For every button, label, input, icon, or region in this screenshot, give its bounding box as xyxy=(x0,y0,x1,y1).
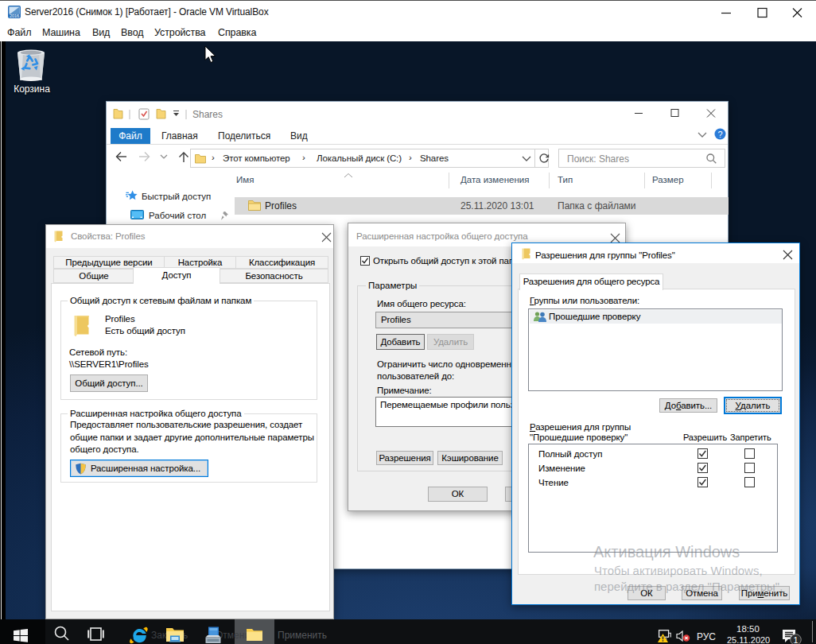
svg-text:1: 1 xyxy=(793,635,798,644)
svg-text:2016: 2016 xyxy=(10,14,19,18)
svg-text:?: ? xyxy=(717,130,722,139)
